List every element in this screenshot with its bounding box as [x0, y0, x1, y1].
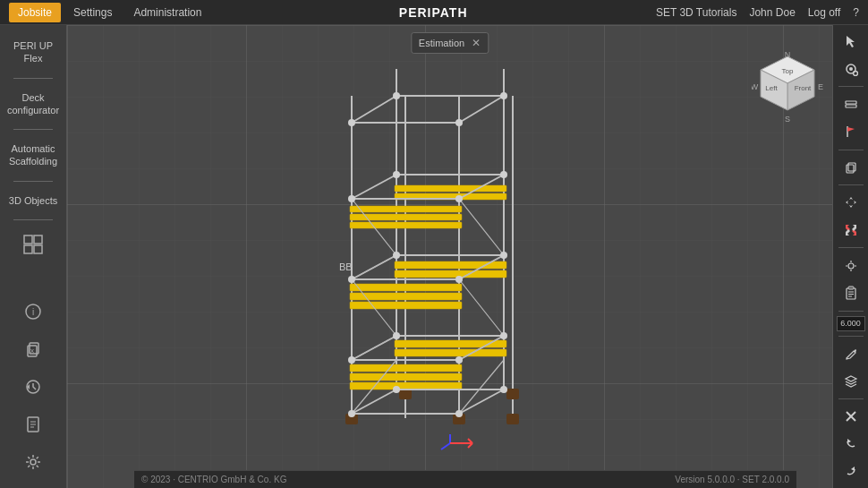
svg-point-79: [455, 195, 463, 202]
svg-point-84: [393, 252, 400, 259]
svg-line-66: [352, 255, 396, 279]
layers-tool-btn[interactable]: [837, 91, 865, 117]
sidebar-item-deck-configurator[interactable]: Deck configurator: [0, 84, 66, 124]
estimation-popup: Estimation ✕: [411, 32, 489, 54]
svg-point-92: [393, 386, 400, 393]
sidebar-copy-btn[interactable]: x: [15, 333, 51, 365]
cross-tool-btn[interactable]: [837, 404, 865, 430]
svg-line-50: [352, 175, 396, 199]
svg-point-78: [348, 195, 355, 202]
svg-line-69: [459, 279, 504, 336]
svg-point-85: [500, 252, 507, 259]
sidebar: PERI UP Flex Deck configurator Automatic…: [0, 25, 67, 488]
svg-line-63: [459, 390, 504, 414]
svg-marker-133: [851, 467, 855, 471]
svg-line-64: [352, 336, 396, 360]
document-icon: [24, 415, 42, 433]
svg-rect-2: [24, 245, 32, 253]
copy-tool-btn[interactable]: [837, 154, 865, 180]
topbar-left: Jobsite Settings Administration: [9, 3, 210, 22]
svg-point-91: [455, 410, 463, 417]
estimation-close-btn[interactable]: ✕: [472, 37, 481, 49]
svg-point-77: [500, 92, 507, 99]
nav-administration[interactable]: Administration: [124, 3, 210, 22]
svg-text:Left: Left: [765, 84, 778, 92]
scaffold-3d-model: BB: [67, 25, 832, 470]
right-toolbar: 6.000: [832, 25, 868, 488]
settings-tool-icon: [844, 259, 858, 273]
svg-rect-34: [350, 284, 462, 291]
svg-point-90: [348, 410, 355, 417]
cursor-tool-btn[interactable]: [837, 29, 865, 55]
svg-marker-116: [847, 127, 855, 132]
copy-tool-icon: [844, 160, 858, 175]
redo-icon: [844, 465, 858, 479]
svg-line-62: [352, 390, 396, 414]
svg-text:S: S: [785, 115, 790, 124]
sidebar-divider-4: [13, 219, 53, 220]
topbar-right: SET 3D Tutorials John Doe Log off ?: [656, 6, 859, 19]
svg-line-46: [352, 96, 396, 123]
sidebar-settings-btn[interactable]: [15, 446, 51, 478]
nav-cube-svg: Top Front Left N S W E: [752, 52, 823, 124]
move-tool-btn[interactable]: [837, 190, 865, 216]
toolbar-divider-2: [838, 150, 864, 150]
footer-copyright: © 2023 · CENTRIO GmbH & Co. KG: [141, 475, 286, 484]
svg-point-111: [849, 67, 853, 71]
topbar: Jobsite Settings Administration PERIPATH…: [0, 0, 868, 25]
info-icon: i: [24, 303, 42, 321]
svg-rect-29: [350, 364, 462, 372]
user-name: John Doe: [749, 6, 795, 19]
paint-tool-btn[interactable]: [837, 56, 865, 82]
layers2-tool-btn[interactable]: [837, 368, 865, 394]
tutorials-link[interactable]: SET 3D Tutorials: [656, 6, 736, 19]
svg-text:W: W: [752, 82, 759, 91]
sidebar-grid-icon-btn[interactable]: [15, 228, 51, 261]
svg-rect-38: [395, 270, 506, 278]
sidebar-item-3d-objects[interactable]: 3D Objects: [0, 187, 66, 214]
toolbar-divider-6: [838, 336, 864, 337]
scaffold-svg: BB: [262, 42, 638, 454]
svg-rect-28: [506, 414, 519, 424]
move-icon: [844, 195, 858, 210]
logout-link[interactable]: Log off: [808, 6, 840, 19]
footer: © 2023 · CENTRIO GmbH & Co. KG Version 5…: [134, 470, 796, 488]
undo-tool-btn[interactable]: [837, 432, 865, 458]
svg-point-14: [30, 459, 36, 465]
svg-point-83: [455, 276, 463, 283]
expand-icon: [844, 223, 858, 237]
sidebar-document-btn[interactable]: [15, 408, 51, 441]
zoom-value: 6.000: [837, 316, 865, 331]
pencil-icon: [844, 347, 858, 361]
toolbar-divider-3: [838, 184, 864, 185]
svg-rect-113: [846, 101, 856, 104]
toolbar-divider-7: [838, 398, 864, 399]
sidebar-item-peri-up-flex[interactable]: PERI UP Flex: [0, 32, 66, 73]
svg-point-93: [500, 386, 507, 393]
viewport-3d[interactable]: BB Estimation ✕ Top Front Left N: [67, 25, 832, 488]
svg-rect-3: [34, 245, 42, 253]
clipboard-icon: [844, 286, 858, 300]
nav-cube[interactable]: Top Front Left N S W E: [752, 52, 823, 124]
svg-rect-114: [846, 105, 856, 107]
expand-tool-btn[interactable]: [837, 218, 865, 244]
layers-icon: [844, 98, 858, 112]
flag-tool-btn[interactable]: [837, 119, 865, 145]
nav-settings[interactable]: Settings: [64, 3, 121, 22]
nav-jobsite[interactable]: Jobsite: [9, 3, 61, 22]
pencil-tool-btn[interactable]: [837, 341, 865, 367]
clipboard-tool-btn[interactable]: [837, 280, 865, 306]
sidebar-info-btn[interactable]: i: [15, 295, 51, 328]
sidebar-item-automatic-scaffolding[interactable]: Automatic Scaffolding: [0, 135, 66, 176]
svg-point-75: [455, 119, 463, 126]
history-icon: [24, 378, 42, 396]
sidebar-history-btn[interactable]: [15, 371, 51, 403]
svg-rect-118: [848, 163, 855, 171]
svg-rect-42: [395, 185, 506, 192]
svg-text:N: N: [785, 52, 791, 59]
settings-tool-btn[interactable]: [837, 253, 865, 278]
redo-tool-btn[interactable]: [837, 458, 865, 484]
svg-rect-41: [350, 222, 462, 228]
help-link[interactable]: ?: [853, 6, 859, 19]
svg-marker-129: [846, 376, 856, 381]
